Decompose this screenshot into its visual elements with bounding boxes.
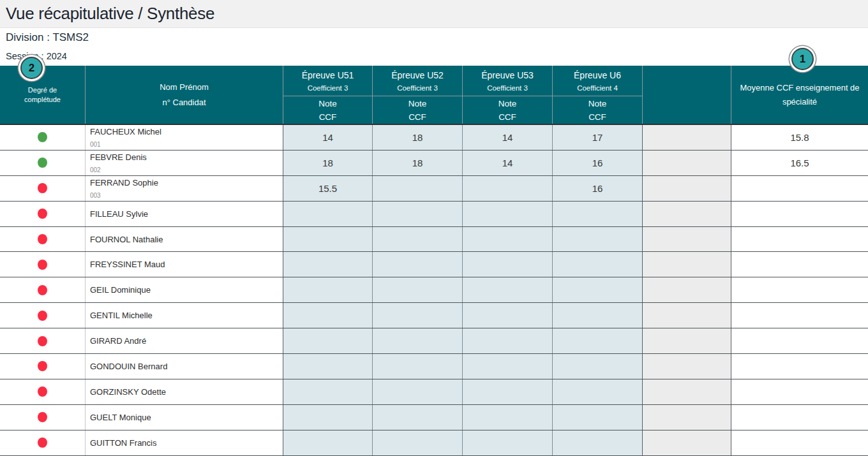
- ccf-label: CCF: [319, 112, 337, 122]
- note-cell-u6: [552, 405, 642, 430]
- table-row[interactable]: GIRARD André: [0, 328, 868, 354]
- candidate-cell: GEIL Dominique: [85, 277, 283, 302]
- note-cell-u53: [462, 430, 552, 455]
- completeness-cell: [0, 354, 85, 379]
- candidate-name: FOURNOL Nathalie: [90, 235, 163, 244]
- note-cell-u52: [372, 303, 462, 328]
- spacer-cell: [642, 379, 731, 404]
- table-row[interactable]: GEIL Dominique: [0, 277, 868, 303]
- note-cell-u52: [372, 328, 462, 353]
- table-row[interactable]: FEBVRE Denis 002 18 18 14 16 16.5: [0, 151, 868, 176]
- note-cell-u51: [283, 405, 372, 430]
- candidate-name: FILLEAU Sylvie: [90, 209, 148, 219]
- table-row[interactable]: GENTIL Michelle: [0, 303, 868, 328]
- spacer-cell: [642, 303, 731, 328]
- division-label: Division : TSMS2: [6, 31, 89, 44]
- average-cell: [731, 379, 868, 404]
- note-cell-u52: 18: [372, 151, 462, 175]
- note-cell-u6: [552, 202, 642, 226]
- average-cell: [731, 303, 868, 328]
- note-cell-u51: [283, 379, 372, 404]
- note-cell-u6: [552, 277, 642, 302]
- exam-coefficient: Coefficient 3: [487, 84, 528, 92]
- completeness-cell: [0, 328, 85, 353]
- table-row[interactable]: GUELT Monique: [0, 405, 868, 430]
- note-cell-u51: [283, 303, 372, 328]
- candidate-cell: FILLEAU Sylvie: [85, 202, 283, 226]
- candidate-name: FERRAND Sophie: [90, 178, 158, 188]
- annotation-badge-1: 1: [791, 48, 814, 70]
- table-row[interactable]: GUITTON Francis: [0, 430, 868, 456]
- note-cell-u53: [462, 227, 552, 252]
- header-candidate-number: n° Candidat: [162, 98, 206, 107]
- header-exam-u52: Épreuve U52 Coefficient 3 Note CCF: [372, 66, 462, 124]
- table-body: FAUCHEUX Michel 001 14 18 14 17 15.8 FEB…: [0, 125, 868, 456]
- note-cell-u6: [552, 379, 642, 404]
- candidate-name: GIRARD André: [90, 336, 146, 346]
- average-cell: [731, 405, 868, 430]
- header-exam-u51: Épreuve U51 Coefficient 3 Note CCF: [283, 66, 372, 124]
- note-cell-u53: [462, 303, 552, 328]
- table-row[interactable]: FREYSSINET Maud: [0, 252, 868, 277]
- note-cell-u6: 16: [552, 151, 642, 175]
- note-cell-u51: [283, 202, 372, 226]
- table-row[interactable]: FOURNOL Nathalie: [0, 227, 868, 253]
- completeness-cell: [0, 430, 85, 455]
- status-dot: [38, 438, 47, 448]
- note-cell-u53: [462, 176, 552, 201]
- spacer-cell: [642, 405, 731, 430]
- note-cell-u53: 14: [462, 151, 552, 175]
- table-row[interactable]: FERRAND Sophie 003 15.5 16: [0, 176, 868, 202]
- candidate-cell: GENTIL Michelle: [85, 303, 283, 328]
- ccf-label: CCF: [408, 112, 426, 122]
- note-cell-u52: [372, 379, 462, 404]
- spacer-cell: [642, 176, 731, 201]
- table-row[interactable]: FILLEAU Sylvie: [0, 202, 868, 227]
- note-cell-u6: 17: [552, 125, 642, 150]
- average-cell: [731, 328, 868, 353]
- note-cell-u53: [462, 202, 552, 226]
- table-row[interactable]: GONDOUIN Bernard: [0, 354, 868, 379]
- candidate-name: FREYSSINET Maud: [90, 260, 165, 269]
- note-cell-u6: [552, 303, 642, 328]
- note-cell-u53: [462, 354, 552, 379]
- completeness-cell: [0, 252, 85, 277]
- note-cell-u51: 18: [283, 151, 372, 175]
- header-exam-u53: Épreuve U53 Coefficient 3 Note CCF: [462, 66, 552, 124]
- status-dot: [38, 183, 47, 193]
- note-cell-u6: [552, 227, 642, 252]
- exam-coefficient: Coefficient 3: [397, 84, 438, 92]
- exam-coefficient: Coefficient 3: [308, 84, 348, 92]
- note-cell-u52: [372, 202, 462, 226]
- candidate-name: GORZINSKY Odette: [90, 387, 166, 397]
- table-row[interactable]: FAUCHEUX Michel 001 14 18 14 17 15.8: [0, 125, 868, 151]
- average-cell: [731, 176, 868, 201]
- completeness-cell: [0, 277, 85, 302]
- average-cell: [731, 227, 868, 252]
- header-average: Moyenne CCF enseignement de spécialité: [731, 66, 868, 124]
- status-dot: [38, 132, 47, 142]
- average-cell: [731, 252, 868, 277]
- note-cell-u6: [552, 328, 642, 353]
- status-dot: [38, 260, 47, 270]
- status-dot: [38, 336, 47, 346]
- exam-name: Épreuve U52: [391, 70, 444, 80]
- candidate-cell: GONDOUIN Bernard: [85, 354, 283, 379]
- note-cell-u53: [462, 277, 552, 302]
- candidate-cell: GORZINSKY Odette: [85, 379, 283, 404]
- candidate-number: 003: [90, 192, 101, 199]
- candidate-name: FEBVRE Denis: [90, 152, 147, 162]
- candidate-cell: GIRARD André: [85, 328, 283, 353]
- table-row[interactable]: GORZINSKY Odette: [0, 379, 868, 405]
- exam-name: Épreuve U51: [302, 70, 354, 80]
- spacer-cell: [642, 151, 731, 175]
- candidate-cell: FEBVRE Denis 002: [85, 151, 283, 175]
- header-completeness: Degré de complétude: [0, 66, 85, 124]
- ccf-label: CCF: [498, 112, 516, 122]
- spacer-cell: [642, 227, 731, 252]
- spacer-cell: [642, 202, 731, 226]
- spacer-cell: [642, 277, 731, 302]
- status-dot: [38, 412, 47, 422]
- completeness-cell: [0, 405, 85, 430]
- note-cell-u51: [283, 227, 372, 252]
